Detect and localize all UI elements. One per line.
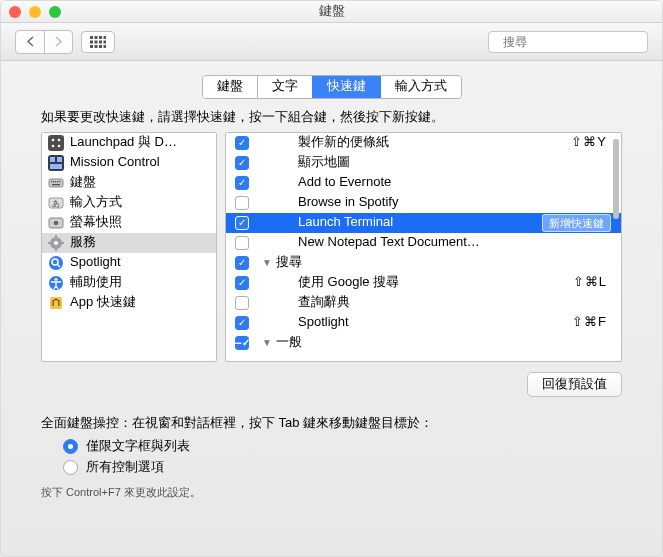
svg-rect-2 xyxy=(99,36,102,39)
category-mission-control[interactable]: Mission Control xyxy=(42,153,216,173)
checkbox[interactable] xyxy=(235,236,249,250)
category-spotlight[interactable]: Spotlight xyxy=(42,253,216,273)
shortcut-row[interactable]: 顯示地圖 xyxy=(226,153,621,173)
app-shortcuts-icon xyxy=(48,295,64,311)
category-label: Launchpad 與 D… xyxy=(70,134,210,151)
svg-point-35 xyxy=(54,241,58,245)
chevron-right-icon xyxy=(54,36,63,47)
screenshot-icon xyxy=(48,215,64,231)
shortcut-group-row[interactable]: ▼搜尋 xyxy=(226,253,621,273)
svg-rect-14 xyxy=(48,135,64,151)
checkbox[interactable] xyxy=(235,176,249,190)
shortcut-label: Add to Evernote xyxy=(298,174,607,191)
svg-rect-1 xyxy=(95,36,98,39)
svg-point-16 xyxy=(58,138,61,141)
category-input[interactable]: あ輸入方式 xyxy=(42,193,216,213)
input-icon: あ xyxy=(48,195,64,211)
checkbox[interactable] xyxy=(235,316,249,330)
fka-option-0[interactable]: 僅限文字框與列表 xyxy=(63,438,622,455)
category-label: 螢幕快照 xyxy=(70,214,210,231)
radio-dot xyxy=(63,460,78,475)
checkbox[interactable]: − xyxy=(235,336,249,350)
shortcut-row[interactable]: 製作新的便條紙⇧⌘Y xyxy=(226,133,621,153)
search-field[interactable] xyxy=(488,31,648,53)
svg-rect-4 xyxy=(90,40,93,43)
svg-rect-9 xyxy=(95,45,98,48)
add-shortcut-button[interactable]: 新增快速鍵 xyxy=(542,214,611,232)
shortcut-row[interactable]: Browse in Spotify xyxy=(226,193,621,213)
category-label: 輸入方式 xyxy=(70,194,210,211)
shortcut-label: 顯示地圖 xyxy=(298,154,607,171)
svg-point-44 xyxy=(55,278,58,281)
tab-0[interactable]: 鍵盤 xyxy=(203,76,257,98)
checkbox[interactable] xyxy=(235,256,249,270)
services-icon xyxy=(48,235,64,251)
category-label: 輔助使用 xyxy=(70,274,210,291)
disclosure-triangle-icon[interactable]: ▼ xyxy=(262,256,272,269)
nav-segment xyxy=(15,30,73,54)
svg-rect-10 xyxy=(99,45,102,48)
radio-dot xyxy=(63,439,78,454)
svg-rect-26 xyxy=(55,181,56,182)
scrollbar-vertical[interactable] xyxy=(613,135,619,359)
tab-3[interactable]: 輸入方式 xyxy=(380,76,461,98)
forward-button[interactable] xyxy=(44,31,72,53)
category-screenshot[interactable]: 螢幕快照 xyxy=(42,213,216,233)
checkbox[interactable] xyxy=(235,156,249,170)
shortcut-row[interactable]: New Notepad Text Document… xyxy=(226,233,621,253)
svg-point-18 xyxy=(58,144,61,147)
checkbox[interactable] xyxy=(235,136,249,150)
category-list[interactable]: Launchpad 與 D…Mission Control鍵盤あ輸入方式螢幕快照… xyxy=(41,132,217,362)
back-button[interactable] xyxy=(16,31,44,53)
svg-rect-23 xyxy=(49,179,63,187)
svg-rect-6 xyxy=(99,40,102,43)
category-label: 鍵盤 xyxy=(70,174,210,191)
restore-defaults-button[interactable]: 回復預設值 xyxy=(527,372,622,397)
tab-1[interactable]: 文字 xyxy=(257,76,312,98)
show-all-button[interactable] xyxy=(81,31,115,53)
scroll-thumb[interactable] xyxy=(613,139,619,219)
spotlight-icon xyxy=(48,255,64,271)
accessibility-icon xyxy=(48,275,64,291)
category-services[interactable]: 服務 xyxy=(42,233,216,253)
shortcut-list[interactable]: 製作新的便條紙⇧⌘Y顯示地圖Add to EvernoteBrowse in S… xyxy=(225,132,622,362)
checkbox[interactable] xyxy=(235,216,249,230)
search-input[interactable] xyxy=(501,34,655,50)
fka-option-1[interactable]: 所有控制選項 xyxy=(63,459,622,476)
shortcut-row[interactable]: Spotlight⇧⌘F xyxy=(226,313,621,333)
shortcut-row[interactable]: Launch Terminal新增快速鍵 xyxy=(226,213,621,233)
svg-rect-0 xyxy=(90,36,93,39)
chevron-left-icon xyxy=(26,36,35,47)
disclosure-triangle-icon[interactable]: ▼ xyxy=(262,336,272,349)
fka-hint: 按下 Control+F7 來更改此設定。 xyxy=(1,475,662,499)
shortcut-row[interactable]: Add to Evernote xyxy=(226,173,621,193)
category-app-shortcuts[interactable]: App 快速鍵 xyxy=(42,293,216,313)
shortcut-row[interactable]: 查詢辭典 xyxy=(226,293,621,313)
category-keyboard[interactable]: 鍵盤 xyxy=(42,173,216,193)
shortcut-group-row[interactable]: −▼一般 xyxy=(226,333,621,353)
full-keyboard-access: 全面鍵盤操控：在視窗和對話框裡，按下 Tab 鍵來移動鍵盤目標於： 僅限文字框與… xyxy=(1,397,662,476)
titlebar: 鍵盤 xyxy=(1,1,662,23)
tabs-row: 鍵盤文字快速鍵輸入方式 xyxy=(1,61,662,109)
category-label: App 快速鍵 xyxy=(70,294,210,311)
svg-text:あ: あ xyxy=(52,199,60,208)
shortcut-label: 搜尋 xyxy=(276,254,607,271)
svg-rect-25 xyxy=(53,181,54,182)
restore-row: 回復預設值 xyxy=(1,362,662,397)
instruction-text: 如果要更改快速鍵，請選擇快速鍵，按一下組合鍵，然後按下新按鍵。 xyxy=(1,109,662,132)
svg-rect-27 xyxy=(57,181,58,182)
category-launchpad[interactable]: Launchpad 與 D… xyxy=(42,133,216,153)
svg-rect-3 xyxy=(104,36,107,39)
checkbox[interactable] xyxy=(235,276,249,290)
shortcut-label: 一般 xyxy=(276,334,607,351)
shortcut-label: New Notepad Text Document… xyxy=(298,234,607,251)
tab-2[interactable]: 快速鍵 xyxy=(312,76,380,98)
category-label: Mission Control xyxy=(70,154,210,171)
checkbox[interactable] xyxy=(235,196,249,210)
shortcut-row[interactable]: 使用 Google 搜尋⇧⌘L xyxy=(226,273,621,293)
category-accessibility[interactable]: 輔助使用 xyxy=(42,273,216,293)
svg-rect-24 xyxy=(51,181,52,182)
checkbox[interactable] xyxy=(235,296,249,310)
tab-group: 鍵盤文字快速鍵輸入方式 xyxy=(202,75,462,99)
grid-icon xyxy=(90,36,106,48)
